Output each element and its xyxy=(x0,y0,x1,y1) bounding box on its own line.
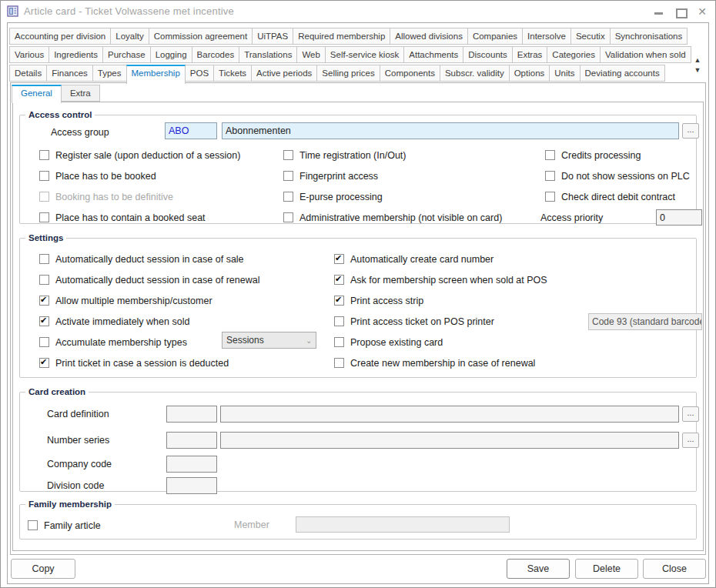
scroll-down-icon[interactable]: ▼ xyxy=(691,65,704,75)
checkbox[interactable]: Ask for membership screen when sold at P… xyxy=(334,269,547,290)
tab-item[interactable]: Finances xyxy=(46,65,93,82)
checkbox[interactable]: Do not show sessions on PLC xyxy=(545,165,690,186)
tab-item[interactable]: Categories xyxy=(547,46,601,63)
tab-item[interactable]: Attachments xyxy=(403,46,463,63)
checkbox[interactable]: Place has to contain a booked seat xyxy=(39,207,240,228)
maximize-icon[interactable] xyxy=(675,6,686,17)
tab-item[interactable]: Membership xyxy=(126,65,186,84)
tab-item[interactable]: POS xyxy=(185,65,214,82)
tab-item[interactable]: Synchronisations xyxy=(610,28,688,45)
tab-item[interactable]: Secutix xyxy=(570,28,611,45)
checkbox[interactable]: Print access ticket on POS printer xyxy=(334,311,547,332)
checkbox-box xyxy=(545,150,555,160)
tab-item[interactable]: Barcodes xyxy=(192,46,240,63)
checkbox[interactable]: Allow multiple membership/customer xyxy=(39,290,259,311)
checkbox[interactable]: Time registration (In/Out) xyxy=(283,145,502,165)
article-card-icon xyxy=(7,5,18,17)
save-button[interactable]: Save xyxy=(507,559,570,579)
close-icon[interactable]: ✕ xyxy=(697,6,708,17)
tab-item[interactable]: Logging xyxy=(150,46,192,63)
checkbox-box xyxy=(39,296,49,306)
tab-item[interactable]: Web xyxy=(296,46,325,63)
tab-item[interactable]: Self-service kiosk xyxy=(325,46,404,63)
tab-item[interactable]: Details xyxy=(9,65,47,82)
tab-item[interactable]: Various xyxy=(9,46,49,63)
access-priority-field[interactable]: 0 xyxy=(656,209,702,226)
tab-item[interactable]: Validation when sold xyxy=(600,46,691,63)
checkbox[interactable]: Activate immediately when sold xyxy=(39,311,259,332)
membership-tab-page: GeneralExtra Access control Access group… xyxy=(10,82,706,555)
access-group-name-field[interactable]: Abonnementen xyxy=(222,122,679,139)
scroll-up-icon[interactable]: ▲ xyxy=(691,55,704,65)
tab-item[interactable]: Translations xyxy=(239,46,297,63)
tab-item[interactable]: Options xyxy=(509,65,550,82)
browse-button[interactable]: ... xyxy=(682,406,699,422)
tab-item[interactable]: Accounting per division xyxy=(9,28,111,45)
content-frame: Accounting per divisionLoyaltyCommission… xyxy=(7,22,709,584)
tab-item[interactable]: Extras xyxy=(512,46,548,63)
checkbox-box xyxy=(39,150,49,160)
description-field[interactable] xyxy=(220,406,679,423)
general-sub-page: Access control Access group ABO Abonneme… xyxy=(12,102,704,551)
checkbox[interactable]: Propose existing card xyxy=(334,332,547,352)
checkbox[interactable]: Print access strip xyxy=(334,290,547,311)
checkbox-box xyxy=(283,171,293,181)
tab-item[interactable]: Types xyxy=(92,65,127,82)
tab-item[interactable]: Units xyxy=(549,65,580,82)
tab-item[interactable]: Deviating accounts xyxy=(580,65,665,82)
tab-row-3: DetailsFinancesTypesMembershipPOSTickets… xyxy=(10,65,688,82)
checkbox[interactable]: Register sale (upon deduction of a sessi… xyxy=(39,145,240,165)
checkbox[interactable]: Fingerprint access xyxy=(283,165,502,186)
copy-button[interactable]: Copy xyxy=(11,559,75,579)
sub-tab-strip: GeneralExtra xyxy=(12,85,705,102)
tab-item[interactable]: Companies xyxy=(467,28,523,45)
checkbox[interactable]: Automatically create card number xyxy=(334,249,547,269)
checkbox[interactable]: Print ticket in case a session is deduct… xyxy=(39,352,259,373)
code-field[interactable] xyxy=(166,477,217,494)
tab-item[interactable]: Subscr. validity xyxy=(440,65,510,82)
sub-tab-item[interactable]: General xyxy=(12,85,62,103)
tab-item[interactable]: Loyalty xyxy=(110,28,149,45)
tab-item[interactable]: Purchase xyxy=(102,46,151,63)
tab-item[interactable]: Required membership xyxy=(293,28,390,45)
checkbox[interactable]: Create new membership in case of renewal xyxy=(334,352,547,373)
tab-item[interactable]: Components xyxy=(380,65,440,82)
tab-item[interactable]: Selling prices xyxy=(316,65,380,82)
delete-button[interactable]: Delete xyxy=(575,559,638,579)
minimize-icon[interactable] xyxy=(654,6,664,17)
code-field[interactable] xyxy=(166,456,217,473)
code-field[interactable] xyxy=(166,406,217,423)
tab-item[interactable]: Allowed divisions xyxy=(390,28,468,45)
accumulate-type-dropdown: Sessions ⌄ xyxy=(222,332,316,349)
checkbox[interactable]: Automatically deduct session in case of … xyxy=(39,269,259,290)
tab-item[interactable]: UiTPAS xyxy=(252,28,293,45)
checkbox[interactable]: Credits processing xyxy=(545,145,690,165)
checkbox-box xyxy=(39,337,49,347)
sub-tab-item[interactable]: Extra xyxy=(61,85,100,102)
description-field[interactable] xyxy=(220,432,679,449)
chevron-down-icon: ⌄ xyxy=(306,338,312,344)
code-field[interactable] xyxy=(166,432,217,449)
tab-item[interactable]: Ingredients xyxy=(49,46,103,63)
access-group-label: Access group xyxy=(51,127,109,138)
checkbox-box xyxy=(39,254,49,264)
checkbox[interactable]: Booking has to be definitive xyxy=(39,186,240,207)
checkbox-box xyxy=(545,192,555,202)
tab-item[interactable]: Discounts xyxy=(463,46,513,63)
checkbox[interactable]: Administrative membership (not visible o… xyxy=(283,207,502,228)
tab-item[interactable]: Commission agreement xyxy=(149,28,253,45)
checkbox-box xyxy=(334,296,344,306)
checkbox[interactable]: Automatically deduct session in case of … xyxy=(39,249,259,269)
access-group-code-field[interactable]: ABO xyxy=(165,122,217,139)
tab-item[interactable]: Active periods xyxy=(251,65,317,82)
access-group-browse-button[interactable]: ... xyxy=(682,123,699,139)
close-button[interactable]: Close xyxy=(643,559,706,579)
tab-item[interactable]: Tickets xyxy=(213,65,252,82)
checkbox[interactable]: Check direct debit contract xyxy=(545,186,690,207)
family-article-checkbox[interactable]: Family article xyxy=(28,515,101,536)
tab-item[interactable]: Intersolve xyxy=(522,28,571,45)
browse-button[interactable]: ... xyxy=(682,433,699,448)
checkbox-box xyxy=(545,171,555,181)
checkbox[interactable]: E-purse processing xyxy=(283,186,502,207)
checkbox[interactable]: Place has to be booked xyxy=(39,165,240,186)
